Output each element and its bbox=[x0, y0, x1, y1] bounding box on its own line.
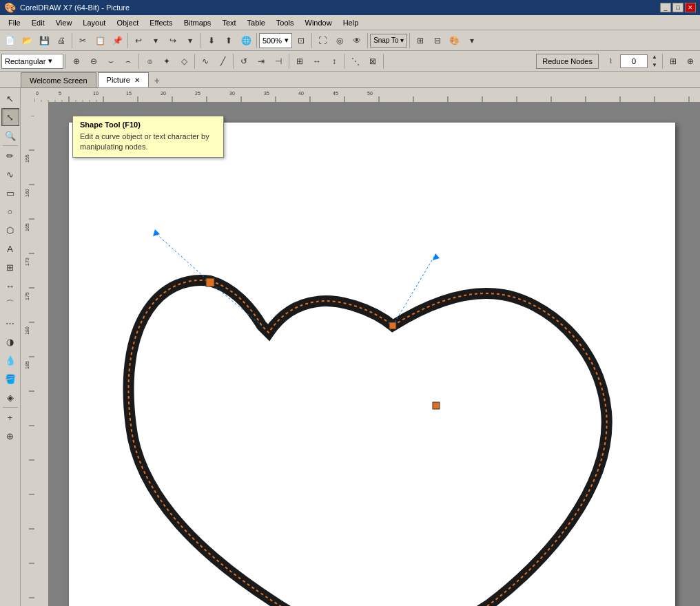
align-nodes-button[interactable]: ⊞ bbox=[291, 53, 308, 70]
transparency-tool[interactable]: ◑ bbox=[1, 333, 19, 351]
snap-chevron-icon: ▾ bbox=[400, 36, 404, 44]
ruler-h-svg: 0 5 10 15 20 25 30 35 40 bbox=[34, 88, 700, 102]
menu-window[interactable]: Window bbox=[300, 17, 338, 28]
tab-welcome-screen[interactable]: Welcome Screen bbox=[21, 72, 96, 87]
connector-tool[interactable]: ⌒ bbox=[1, 295, 19, 313]
reverse-button[interactable]: ↺ bbox=[236, 53, 252, 70]
menu-edit[interactable]: Edit bbox=[26, 17, 50, 28]
to-curve-button[interactable]: ∿ bbox=[197, 53, 214, 70]
new-button[interactable]: 📄 bbox=[1, 32, 18, 49]
svg-text:155: 155 bbox=[25, 154, 30, 163]
sep3 bbox=[200, 33, 201, 48]
ellipse-tool[interactable]: ○ bbox=[1, 202, 19, 220]
save-button[interactable]: 💾 bbox=[36, 32, 52, 49]
num-up-button[interactable]: ▲ bbox=[649, 53, 660, 61]
elastic-button[interactable]: ⋱ bbox=[347, 53, 364, 70]
sep-s1 bbox=[65, 54, 66, 69]
paste-button[interactable]: 📌 bbox=[109, 32, 125, 49]
options-button1[interactable]: ⊞ bbox=[412, 32, 429, 49]
view-mode-button[interactable]: 👁 bbox=[349, 32, 365, 49]
eyedropper-tool[interactable]: 💧 bbox=[1, 351, 19, 369]
fill-tool[interactable]: 🪣 bbox=[1, 370, 19, 388]
shape-tool[interactable]: ⤡ bbox=[1, 108, 19, 126]
undo-button[interactable]: ↩ bbox=[130, 32, 147, 49]
smart-fill-tool[interactable]: ◈ bbox=[1, 388, 19, 406]
add-shape-button[interactable]: ⊕ bbox=[682, 53, 699, 70]
sep2 bbox=[127, 33, 128, 48]
wireframe-button[interactable]: ◎ bbox=[331, 32, 348, 49]
tab-add-button[interactable]: + bbox=[150, 74, 164, 87]
options-button2[interactable]: ⊟ bbox=[429, 32, 446, 49]
svg-text:15: 15 bbox=[126, 91, 132, 96]
color-mode-button[interactable]: 🎨 bbox=[446, 32, 463, 49]
node-right-mid[interactable] bbox=[433, 402, 440, 409]
to-line-button[interactable]: ╱ bbox=[214, 53, 231, 70]
menu-effects[interactable]: Effects bbox=[144, 17, 178, 28]
node-top-dip[interactable] bbox=[389, 322, 396, 329]
dimensions-tool[interactable]: ↔ bbox=[1, 277, 19, 295]
extract-button[interactable]: ⊣ bbox=[270, 53, 287, 70]
num-down-button[interactable]: ▼ bbox=[649, 61, 660, 70]
reflect-h-button[interactable]: ↔ bbox=[309, 53, 325, 70]
close-button[interactable]: ✕ bbox=[685, 3, 696, 12]
export-button[interactable]: ⬆ bbox=[220, 32, 237, 49]
menu-table[interactable]: Table bbox=[242, 17, 271, 28]
reflect-v-button[interactable]: ↕ bbox=[326, 53, 342, 70]
menu-view[interactable]: View bbox=[50, 17, 78, 28]
cut-button[interactable]: ✂ bbox=[74, 32, 91, 49]
main-toolbar: 📄 📂 💾 🖨 ✂ 📋 📌 ↩ ▾ ↪ ▾ ⬇ ⬆ 🌐 500% ▾ ⊡ ⛶ ◎… bbox=[0, 30, 700, 51]
zoom-tool[interactable]: 🔍 bbox=[1, 127, 19, 145]
menu-text[interactable]: Text bbox=[216, 17, 241, 28]
plus-tool2[interactable]: ⊕ bbox=[1, 427, 19, 445]
curve-tool[interactable]: ∿ bbox=[1, 165, 19, 183]
undo-dropdown[interactable]: ▾ bbox=[147, 32, 164, 49]
open-button[interactable]: 📂 bbox=[19, 32, 35, 49]
polygon-tool[interactable]: ⬡ bbox=[1, 221, 19, 239]
menu-help[interactable]: Help bbox=[338, 17, 364, 28]
redo-button[interactable]: ↪ bbox=[165, 32, 181, 49]
copy-button[interactable]: 📋 bbox=[92, 32, 108, 49]
node-type-dropdown[interactable]: Rectangular ▾ bbox=[1, 54, 63, 69]
redo-dropdown[interactable]: ▾ bbox=[182, 32, 198, 49]
node-options-button[interactable]: ⊞ bbox=[665, 53, 681, 70]
text-tool[interactable]: A bbox=[1, 240, 19, 258]
publish-button[interactable]: 🌐 bbox=[238, 32, 254, 49]
full-screen-button[interactable]: ⛶ bbox=[314, 32, 331, 49]
minimize-button[interactable]: _ bbox=[660, 3, 671, 12]
node-left[interactable] bbox=[206, 278, 214, 286]
tab-picture[interactable]: Picture ✕ bbox=[98, 72, 149, 87]
delete-node-button[interactable]: ⊖ bbox=[85, 53, 102, 70]
reduce-nodes-button[interactable]: Reduce Nodes bbox=[536, 54, 599, 69]
table-tool[interactable]: ⊞ bbox=[1, 258, 19, 276]
zoom-dropdown[interactable]: 500% ▾ bbox=[259, 33, 292, 48]
zoom-fit-button[interactable]: ⊡ bbox=[293, 32, 309, 49]
join-nodes-button[interactable]: ⌣ bbox=[103, 53, 119, 70]
select-tool[interactable]: ↖ bbox=[1, 90, 19, 107]
select-all-button[interactable]: ⊠ bbox=[364, 53, 381, 70]
maximize-button[interactable]: □ bbox=[672, 3, 683, 12]
add-node-button[interactable]: ⊕ bbox=[68, 53, 85, 70]
reduce-nodes-input[interactable] bbox=[620, 54, 648, 68]
svg-text:35: 35 bbox=[264, 91, 269, 96]
rectangle-tool[interactable]: ▭ bbox=[1, 184, 19, 202]
print-button[interactable]: 🖨 bbox=[53, 32, 70, 49]
menu-bitmaps[interactable]: Bitmaps bbox=[178, 17, 217, 28]
color-dropdown[interactable]: ▾ bbox=[464, 32, 480, 49]
plus-tool[interactable]: + bbox=[1, 408, 19, 426]
node-symmetrical-button[interactable]: ✦ bbox=[158, 53, 175, 70]
snap-dropdown[interactable]: Snap To ▾ bbox=[370, 34, 407, 48]
tab-close-icon[interactable]: ✕ bbox=[134, 76, 140, 84]
break-nodes-button[interactable]: ⌢ bbox=[120, 53, 136, 70]
canvas-container[interactable]: Shape Tool (F10) Edit a curve object or … bbox=[48, 102, 700, 606]
menu-object[interactable]: Object bbox=[111, 17, 144, 28]
menu-layout[interactable]: Layout bbox=[77, 17, 111, 28]
menu-tools[interactable]: Tools bbox=[271, 17, 300, 28]
blend-tool[interactable]: ⋯ bbox=[1, 314, 19, 332]
node-cusp-button[interactable]: ◇ bbox=[176, 53, 192, 70]
import-button[interactable]: ⬇ bbox=[203, 32, 220, 49]
svg-text:0: 0 bbox=[36, 91, 39, 96]
freehand-tool[interactable]: ✏ bbox=[1, 147, 19, 165]
menu-file[interactable]: File bbox=[3, 17, 26, 28]
node-smooth-button[interactable]: ⌾ bbox=[141, 53, 158, 70]
extend-button[interactable]: ⇥ bbox=[253, 53, 269, 70]
